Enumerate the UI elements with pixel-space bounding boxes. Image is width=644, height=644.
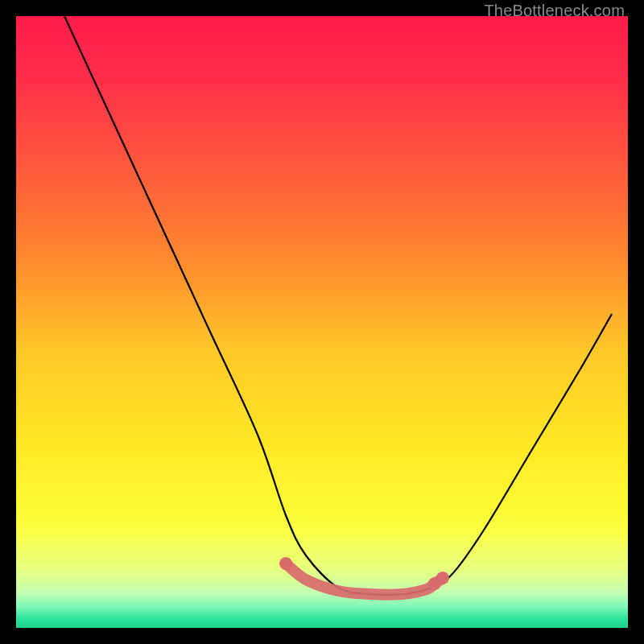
bottleneck-curve bbox=[64, 16, 612, 595]
optimal-marker-dot bbox=[279, 557, 292, 570]
optimal-range-markers bbox=[279, 557, 449, 595]
optimal-marker-dot bbox=[428, 577, 441, 590]
chart-plot-area bbox=[16, 16, 628, 628]
chart-svg bbox=[16, 16, 628, 628]
optimal-marker-path bbox=[286, 564, 443, 595]
